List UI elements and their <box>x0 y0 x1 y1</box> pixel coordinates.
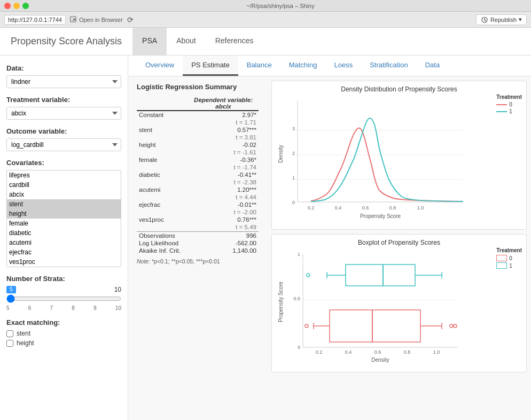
table-row: t = -1.74 <box>137 164 259 171</box>
strata-ticks: 5 6 7 8 9 10 <box>6 305 121 311</box>
exact-matching-section: Exact matching: stent height <box>6 318 121 347</box>
svg-text:0: 0 <box>298 345 300 350</box>
svg-text:0.4: 0.4 <box>335 205 342 211</box>
svg-text:1: 1 <box>298 252 300 257</box>
table-row: t = 4.44 <box>137 193 259 201</box>
svg-rect-32 <box>346 265 415 286</box>
table-row: female -0.36* <box>137 156 259 164</box>
exact-height-checkbox[interactable] <box>6 340 13 347</box>
tab-balance[interactable]: Balance <box>238 56 280 76</box>
svg-text:0.4: 0.4 <box>345 349 352 355</box>
exact-height-label: height <box>17 339 34 347</box>
table-row: Constant 2.97* <box>137 111 259 119</box>
open-in-browser-button[interactable]: Open in Browser <box>70 16 123 24</box>
table-row: t = -1.61 <box>137 149 259 156</box>
content-area: Overview PS Estimate Balance Matching Lo… <box>128 56 531 420</box>
minimize-button[interactable] <box>13 3 20 9</box>
table-row: t = 3.81 <box>137 134 259 141</box>
svg-text:0.6: 0.6 <box>374 349 381 355</box>
treatment-select[interactable]: abcix <box>6 107 121 120</box>
boxplot-legend-color-0 <box>496 255 507 261</box>
table-row: t = -2.00 <box>137 208 259 216</box>
tab-stratification[interactable]: Stratification <box>361 56 417 76</box>
table-term-header <box>137 96 188 111</box>
app-header: Propensity Score Analysis PSA About Refe… <box>0 28 531 56</box>
table-row: ves1proc 0.76*** <box>137 216 259 223</box>
nav-tab-references[interactable]: References <box>206 28 263 55</box>
republish-button[interactable]: Republish ▾ <box>476 14 527 25</box>
data-select[interactable]: lindner <box>6 75 121 88</box>
strata-max: 10 <box>114 286 121 293</box>
svg-point-44 <box>305 324 308 328</box>
density-chart-title: Density Distribution of Propensity Score… <box>276 85 522 93</box>
table-row: stent 0.57*** <box>137 126 259 134</box>
nav-tab-psa[interactable]: PSA <box>132 28 167 55</box>
table-observations-row: Observations 996 <box>137 232 259 240</box>
svg-text:Density: Density <box>371 357 389 363</box>
covariates-section: Covariates: lifepres cardbill abcix sten… <box>6 159 121 267</box>
exact-stent-label: stent <box>17 330 30 337</box>
window-title: ~/R/psa/shiny/psa – Shiny <box>34 3 527 9</box>
tab-loess[interactable]: Loess <box>325 56 361 76</box>
covariates-listbox[interactable]: lifepres cardbill abcix stent height fem… <box>6 170 121 267</box>
nav-tab-about[interactable]: About <box>167 28 206 55</box>
exact-height-row: height <box>6 339 121 347</box>
exact-stent-checkbox[interactable] <box>6 330 13 337</box>
sidebar: Data: lindner Treatment variable: abcix … <box>0 56 128 420</box>
boxplot-chart-legend: Treatment 0 1 <box>496 247 522 270</box>
svg-text:3: 3 <box>292 126 295 131</box>
table-akaike-row: Akaike Inf. Crit. 1,140.00 <box>137 247 259 254</box>
svg-text:0.8: 0.8 <box>389 205 396 211</box>
treatment-label: Treatment variable: <box>6 96 121 104</box>
tab-data[interactable]: Data <box>417 56 448 76</box>
svg-text:0.5: 0.5 <box>293 296 300 301</box>
maximize-button[interactable] <box>22 3 29 9</box>
app-title: Propensity Score Analysis <box>11 36 122 47</box>
strata-label: Number of Strata: <box>6 275 121 283</box>
covariates-label: Covariates: <box>6 159 121 167</box>
table-title: Logistic Regression Summary <box>137 83 259 91</box>
outcome-select[interactable]: log_cardbill <box>6 138 121 151</box>
table-row: diabetic -0.41** <box>137 171 259 178</box>
svg-text:Propensity Score: Propensity Score <box>278 281 284 322</box>
legend-color-0 <box>496 104 507 105</box>
boxplot-legend-color-1 <box>496 262 507 269</box>
svg-text:0.2: 0.2 <box>316 349 323 355</box>
svg-point-46 <box>454 324 457 328</box>
svg-text:0: 0 <box>292 200 295 205</box>
svg-text:0.8: 0.8 <box>404 349 411 355</box>
tab-matching[interactable]: Matching <box>280 56 326 76</box>
svg-text:0.2: 0.2 <box>308 205 315 211</box>
exact-label: Exact matching: <box>6 318 121 326</box>
boxplot-legend-item-1: 1 <box>496 262 522 269</box>
url-bar[interactable]: http://127.0.0.1:7744 <box>4 15 66 25</box>
outcome-label: Outcome variable: <box>6 127 121 135</box>
table-row: acutemi 1.20*** <box>137 186 259 193</box>
regression-table: Dependent variable: abcix Constant 2.97* <box>137 96 259 254</box>
charts-panel: Density Distribution of Propensity Score… <box>267 76 531 377</box>
outcome-section: Outcome variable: log_cardbill <box>6 127 121 151</box>
data-label: Data: <box>6 64 121 72</box>
treatment-section: Treatment variable: abcix <box>6 96 121 120</box>
close-button[interactable] <box>4 3 11 9</box>
table-panel: Logistic Regression Summary Dependent va… <box>128 76 267 377</box>
boxplot-chart-title: Boxplot of Propensity Scores <box>276 239 522 246</box>
legend-color-1 <box>496 111 507 112</box>
content-panels: Logistic Regression Summary Dependent va… <box>128 76 531 377</box>
svg-text:1.0: 1.0 <box>433 349 440 355</box>
browser-bar: http://127.0.0.1:7744 Open in Browser ⟳ … <box>0 12 531 28</box>
tab-ps-estimate[interactable]: PS Estimate <box>183 56 238 76</box>
table-row: height -0.02 <box>137 141 259 149</box>
svg-text:1: 1 <box>292 175 295 181</box>
table-row: t = 5.49 <box>137 223 259 232</box>
reload-button[interactable]: ⟳ <box>127 15 134 24</box>
tab-overview[interactable]: Overview <box>137 56 183 76</box>
main-nav: PSA About References <box>132 28 263 55</box>
title-bar: ~/R/psa/shiny/psa – Shiny <box>0 0 531 12</box>
data-section: Data: lindner <box>6 64 121 88</box>
table-row: t = -2.38 <box>137 178 259 186</box>
table-depvar-header: Dependent variable: abcix <box>188 96 259 111</box>
strata-slider[interactable] <box>6 294 121 303</box>
table-row: ejecfrac -0.01** <box>137 201 259 208</box>
strata-section: Number of Strata: 5 10 5 6 7 8 9 10 <box>6 275 121 311</box>
